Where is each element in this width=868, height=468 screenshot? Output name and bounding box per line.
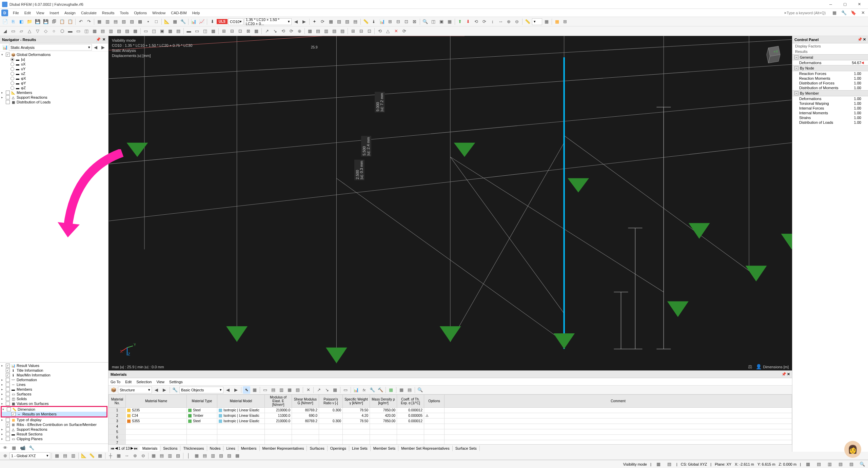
tool-icon[interactable]: ▨ (225, 452, 233, 460)
tree-label[interactable]: Result Sections (17, 432, 42, 436)
tool-icon[interactable]: ▥ (209, 452, 217, 460)
tree-label[interactable]: Title Information (17, 368, 43, 372)
tool-icon[interactable]: ⊟ (357, 27, 365, 35)
tool-icon[interactable]: ▥ (166, 452, 174, 460)
tool-icon[interactable]: ⊕ (505, 18, 513, 25)
toolbar-icon[interactable]: ▦ (831, 9, 838, 17)
tab-sections[interactable]: Sections (160, 446, 180, 451)
tool-icon[interactable]: ◢ (1, 27, 9, 35)
close-icon[interactable]: ✕ (787, 372, 790, 376)
tool-icon[interactable]: fx (360, 386, 368, 394)
tool-icon[interactable]: ⟳ (400, 27, 408, 35)
save-icon[interactable]: 💾 (34, 18, 41, 25)
saveall-icon[interactable]: 💾 (42, 18, 50, 25)
tool-icon[interactable]: △ (384, 27, 392, 35)
checkbox[interactable] (6, 368, 10, 372)
nav-tab-icon[interactable]: 🔧 (28, 444, 35, 452)
next-icon[interactable]: ▶ (161, 386, 168, 394)
tool-icon[interactable]: ▦ (251, 386, 258, 394)
tree-label[interactable]: Dimension (18, 407, 35, 411)
tool-icon[interactable]: ▥ (70, 452, 77, 460)
tool-icon[interactable]: ↗ (315, 386, 322, 394)
checkbox[interactable] (6, 373, 10, 377)
next-icon[interactable]: ▶ (99, 44, 107, 51)
table-row[interactable]: 4 (109, 424, 792, 429)
menu-help[interactable]: Help (190, 10, 203, 16)
tool-icon[interactable]: ↗ (263, 27, 271, 35)
tree-label[interactable]: Support Reactions (17, 95, 47, 99)
tool-icon[interactable]: ↕ (489, 18, 496, 25)
tool-icon[interactable]: ⊟ (228, 27, 236, 35)
checkbox[interactable] (6, 437, 10, 441)
table-row[interactable]: 1 S235 Steel Isotropic | Linear Elastic … (109, 408, 792, 413)
checkbox[interactable] (6, 378, 10, 382)
tool-icon[interactable]: 📊 (378, 18, 386, 25)
tool-icon[interactable]: ▭ (193, 27, 201, 35)
close-button[interactable]: ✕ (852, 1, 866, 8)
tool-icon[interactable]: ⊡ (236, 27, 244, 35)
tree-label[interactable]: φX (21, 76, 26, 80)
checkbox[interactable] (6, 91, 10, 95)
checkbox[interactable] (6, 427, 10, 431)
cp-value[interactable]: 1.00 (848, 120, 861, 124)
tool-icon[interactable]: ▤ (815, 461, 823, 468)
undo-icon[interactable]: ↶ (77, 18, 84, 25)
menu-assign[interactable]: Assign (62, 10, 78, 16)
cp-value[interactable]: 1.00 (848, 97, 861, 101)
tab-member-representatives[interactable]: Member Representatives (260, 446, 307, 451)
tab-line-sets[interactable]: Line Sets (349, 446, 371, 451)
tool-icon[interactable]: ▥ (278, 386, 285, 394)
pin-icon[interactable]: 📌 (857, 37, 862, 42)
radio[interactable] (11, 72, 14, 76)
materials-table[interactable]: Material No. Material Name Material Type… (108, 394, 792, 444)
tool-icon[interactable]: ▬ (66, 27, 74, 35)
measure-icon[interactable]: 📐 (163, 18, 171, 25)
layout4-icon[interactable]: ▧ (120, 18, 127, 25)
tree-label[interactable]: Distribution of Loads (17, 100, 51, 104)
tool-icon[interactable]: ⊕ (296, 27, 303, 35)
tool-icon[interactable]: ◫ (201, 27, 209, 35)
layout3-icon[interactable]: ▤ (112, 18, 119, 25)
layout8-icon[interactable]: □ (153, 18, 160, 25)
tool-icon[interactable]: ▦ (331, 386, 339, 394)
tool-icon[interactable]: ▦ (327, 18, 335, 25)
cp-value[interactable]: 54.67 (848, 61, 861, 65)
tree-label[interactable]: |u| (21, 57, 25, 61)
tool-icon[interactable]: ▧ (343, 18, 351, 25)
tool-icon[interactable]: ▭ (75, 27, 82, 35)
tool-icon[interactable]: ▧ (294, 386, 301, 394)
checkbox[interactable] (6, 402, 10, 406)
tool-icon[interactable]: ▦ (210, 27, 217, 35)
tool-icon[interactable]: ▦ (398, 386, 405, 394)
tool-icon[interactable]: ▨ (123, 27, 131, 35)
print-icon[interactable]: 🗐 (50, 18, 58, 25)
tool-icon[interactable]: ↘ (323, 386, 331, 394)
tool-icon[interactable]: ▦ (193, 452, 200, 460)
tool-icon[interactable]: ⊠ (244, 27, 252, 35)
cp-value[interactable]: 1.00 (848, 106, 861, 110)
tool-icon[interactable]: ⬇ (465, 18, 472, 25)
menu-file[interactable]: File (10, 10, 22, 16)
tree-label[interactable]: Type of display (17, 418, 41, 422)
search-input[interactable] (787, 11, 827, 15)
tool-icon[interactable]: ▦ (53, 452, 61, 460)
layout2-icon[interactable]: ▥ (104, 18, 111, 25)
tree-label[interactable]: Result Values (17, 364, 39, 368)
mat-menu-view[interactable]: View (156, 380, 164, 384)
prev-icon[interactable]: ◀ (224, 386, 232, 394)
close-icon[interactable]: ✕ (101, 37, 106, 42)
tab-members[interactable]: Members (238, 446, 260, 451)
pin-icon[interactable]: 📌 (782, 372, 786, 376)
mat-menu-selection[interactable]: Selection (136, 380, 152, 384)
tool-icon[interactable]: ▧ (331, 27, 338, 35)
nav-tab-icon[interactable]: 👁 (1, 444, 9, 452)
tree-label[interactable]: Max/Min Information (17, 373, 51, 377)
coord-dropdown[interactable]: 1 - Global XYZ▾ (9, 452, 50, 459)
toolbar-icon[interactable]: 🔖 (850, 9, 857, 17)
tool-icon[interactable]: ▤ (158, 452, 165, 460)
tool-icon[interactable]: 🔧 (369, 386, 376, 394)
tool-icon[interactable]: ⟳ (481, 18, 488, 25)
combo-dropdown[interactable]: 1.35 * LC10 + 1.50 * LC20 + 0... ▾ (244, 18, 292, 25)
tool-icon[interactable]: ⟲ (473, 18, 480, 25)
tool-icon[interactable]: ▭ (9, 27, 17, 35)
